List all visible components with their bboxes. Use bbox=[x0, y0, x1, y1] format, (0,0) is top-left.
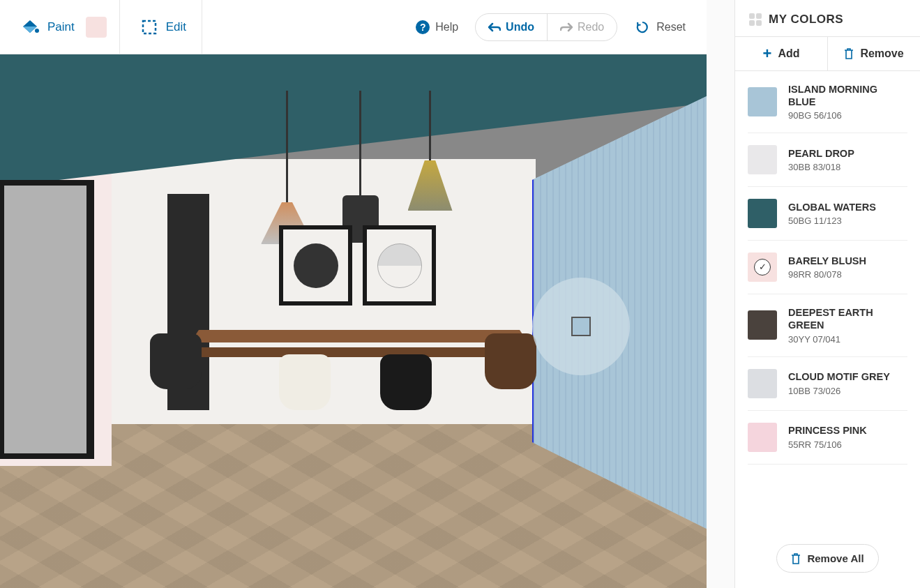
color-swatch bbox=[748, 252, 777, 282]
color-name: ISLAND MORNING BLUE bbox=[788, 83, 907, 108]
color-name: PRINCESS PINK bbox=[788, 424, 867, 437]
color-list: ISLAND MORNING BLUE90BG 56/106PEARL DROP… bbox=[735, 71, 920, 532]
paint-label: Paint bbox=[47, 20, 75, 34]
color-name: DEEPEST EARTH GREEN bbox=[788, 306, 907, 331]
plus-icon: + bbox=[763, 49, 772, 59]
pendant-light bbox=[359, 91, 361, 195]
redo-button[interactable]: Redo bbox=[548, 14, 617, 40]
trash-icon bbox=[844, 48, 854, 59]
color-name: BARELY BLUSH bbox=[788, 255, 866, 267]
pendant-light bbox=[429, 91, 431, 160]
paint-bucket-icon bbox=[21, 20, 39, 35]
color-name: GLOBAL WATERS bbox=[788, 201, 876, 213]
color-code: 30BB 83/018 bbox=[788, 162, 854, 172]
chair bbox=[380, 354, 436, 452]
dining-table bbox=[199, 347, 520, 357]
color-name: CLOUD MOTIF GREY bbox=[788, 370, 890, 383]
chair bbox=[279, 354, 335, 452]
room-canvas[interactable] bbox=[0, 54, 707, 588]
remove-color-button[interactable]: Remove bbox=[828, 37, 920, 70]
help-icon: ? bbox=[416, 20, 430, 34]
dining-table bbox=[190, 330, 528, 342]
current-color-swatch[interactable] bbox=[86, 17, 107, 38]
color-code: 55RR 75/106 bbox=[788, 439, 867, 450]
door-panel bbox=[4, 186, 86, 453]
reset-label: Reset bbox=[656, 21, 686, 33]
color-item[interactable]: CLOUD MOTIF GREY10BB 73/026 bbox=[748, 357, 907, 411]
color-item[interactable]: PEARL DROP30BB 83/018 bbox=[748, 133, 907, 187]
wall-art bbox=[363, 225, 436, 306]
add-label: Add bbox=[778, 47, 799, 60]
trash-icon bbox=[791, 553, 801, 564]
selection-icon bbox=[141, 19, 158, 36]
color-swatch bbox=[748, 199, 777, 228]
color-name: PEARL DROP bbox=[788, 147, 854, 160]
sidebar-tabs: + Add Remove bbox=[735, 36, 920, 71]
edit-label: Edit bbox=[166, 20, 186, 34]
color-code: 10BB 73/026 bbox=[788, 386, 890, 396]
remove-label: Remove bbox=[860, 47, 903, 60]
color-item[interactable]: PRINCESS PINK55RR 75/106 bbox=[748, 411, 907, 465]
svg-rect-1 bbox=[143, 21, 156, 33]
undo-label: Undo bbox=[506, 21, 534, 33]
redo-icon bbox=[560, 22, 573, 32]
paint-marker-target-icon bbox=[571, 317, 591, 336]
wall-art bbox=[279, 225, 352, 306]
add-color-button[interactable]: + Add bbox=[735, 37, 828, 70]
sidebar: MY COLORS + Add Remove ISLAND MORNING BL… bbox=[734, 0, 920, 588]
color-item[interactable]: DEEPEST EARTH GREEN30YY 07/041 bbox=[748, 294, 907, 356]
sidebar-header: MY COLORS bbox=[735, 0, 920, 36]
color-item[interactable]: GLOBAL WATERS50BG 11/123 bbox=[748, 187, 907, 241]
color-item[interactable]: ISLAND MORNING BLUE90BG 56/106 bbox=[748, 71, 907, 133]
edit-tool-button[interactable]: Edit bbox=[126, 0, 202, 54]
palette-icon bbox=[749, 13, 762, 26]
color-swatch bbox=[748, 369, 777, 398]
color-swatch bbox=[748, 423, 777, 452]
color-swatch bbox=[748, 87, 777, 116]
help-button[interactable]: ? Help bbox=[405, 20, 469, 34]
chair bbox=[150, 333, 206, 431]
chair bbox=[485, 333, 541, 431]
remove-all-label: Remove All bbox=[807, 552, 864, 564]
paint-tool-button[interactable]: Paint bbox=[8, 0, 120, 54]
color-code: 98RR 80/078 bbox=[788, 269, 866, 280]
color-swatch bbox=[748, 145, 777, 174]
paint-marker[interactable] bbox=[532, 278, 630, 375]
color-swatch bbox=[748, 310, 777, 340]
svg-point-0 bbox=[35, 29, 39, 33]
pendant-light bbox=[286, 91, 288, 202]
reset-button[interactable]: Reset bbox=[623, 20, 698, 34]
color-item[interactable]: BARELY BLUSH98RR 80/078 bbox=[748, 241, 907, 294]
help-label: Help bbox=[435, 21, 458, 33]
color-code: 30YY 07/041 bbox=[788, 334, 907, 345]
undo-icon bbox=[488, 22, 501, 32]
remove-all-button[interactable]: Remove All bbox=[776, 544, 878, 573]
toolbar: Paint Edit ? Help Undo Redo bbox=[0, 0, 707, 54]
sidebar-title: MY COLORS bbox=[769, 13, 843, 27]
color-code: 50BG 11/123 bbox=[788, 216, 876, 226]
redo-label: Redo bbox=[578, 21, 604, 33]
color-code: 90BG 56/106 bbox=[788, 110, 907, 121]
undo-button[interactable]: Undo bbox=[476, 14, 548, 40]
undo-redo-group: Undo Redo bbox=[475, 13, 617, 41]
reset-icon bbox=[635, 20, 649, 34]
